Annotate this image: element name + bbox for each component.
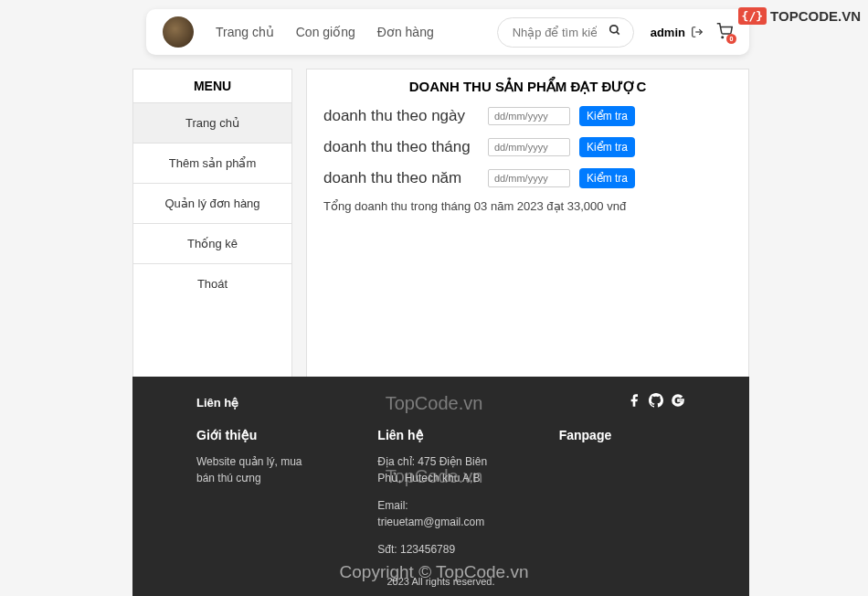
sidebar-title: MENU <box>133 69 291 103</box>
panel-title: DOANH THU SẢN PHẨM ĐẠT ĐƯỢC <box>323 79 732 95</box>
user-area: admin 0 <box>651 23 733 42</box>
footer-col-fanpage: Fanpage <box>559 428 685 569</box>
footer-contact-link[interactable]: Liên hệ <box>196 396 238 410</box>
google-icon[interactable] <box>671 393 685 411</box>
summary-text: Tổng doanh thu trong tháng 03 năm 2023 đ… <box>323 199 732 213</box>
search-icon[interactable] <box>609 24 621 40</box>
date-input-month[interactable] <box>488 138 570 156</box>
footer-address: Địa chỉ: 475 Điện Biên Phủ, Hutech khu A… <box>377 453 503 486</box>
revenue-row-year: doanh thu theo năm Kiểm tra <box>323 168 732 188</box>
avatar[interactable] <box>163 16 194 48</box>
sidebar: MENU Trang chủ Thêm sản phẩm Quản lý đơn… <box>132 69 292 407</box>
sidebar-item-stats[interactable]: Thống kê <box>133 224 291 264</box>
check-button-year[interactable]: Kiểm tra <box>579 168 635 188</box>
sidebar-item-exit[interactable]: Thoát <box>133 264 291 303</box>
cart-wrap[interactable]: 0 <box>716 23 733 42</box>
logout-icon[interactable] <box>691 26 704 38</box>
footer-contact-title: Liên hệ <box>377 428 503 442</box>
revenue-row-month: doanh thu theo tháng Kiểm tra <box>323 137 732 157</box>
sidebar-item-manage-orders[interactable]: Quản lý đơn hàng <box>133 184 291 224</box>
date-input-day[interactable] <box>488 107 570 125</box>
footer-cols: Giới thiệu Website quản lý, mua bán thú … <box>196 428 685 569</box>
footer-about-title: Giới thiệu <box>196 428 323 442</box>
content-wrap: MENU Trang chủ Thêm sản phẩm Quản lý đơn… <box>132 69 749 407</box>
social-icons <box>627 393 685 411</box>
nav-orders[interactable]: Đơn hàng <box>368 19 443 45</box>
footer-email: Email: trieuetam@gmail.com <box>377 497 503 530</box>
footer: Liên hệ Giới thiệu Website quản lý, mua … <box>132 377 749 596</box>
date-input-year[interactable] <box>488 169 570 187</box>
footer-phone: Sđt: 123456789 <box>377 541 503 558</box>
cart-badge: 0 <box>726 34 736 44</box>
sidebar-item-add-product[interactable]: Thêm sản phẩm <box>133 144 291 184</box>
github-icon[interactable] <box>649 393 663 411</box>
nav-links: Trang chủ Con giống Đơn hàng <box>206 19 443 45</box>
sidebar-item-home[interactable]: Trang chủ <box>133 103 291 144</box>
footer-about-text: Website quản lý, mua bán thú cưng <box>196 453 323 486</box>
footer-top: Liên hệ <box>196 393 685 411</box>
revenue-label-day: doanh thu theo ngày <box>323 107 479 125</box>
check-button-day[interactable]: Kiểm tra <box>579 106 635 126</box>
check-button-month[interactable]: Kiểm tra <box>579 137 635 157</box>
watermark-brand: TOPCODE.VN <box>770 8 861 24</box>
svg-line-1 <box>616 32 619 35</box>
facebook-icon[interactable] <box>627 393 641 411</box>
revenue-label-year: doanh thu theo năm <box>323 169 479 187</box>
topbar: Trang chủ Con giống Đơn hàng admin 0 <box>146 9 749 55</box>
nav-breed[interactable]: Con giống <box>287 19 365 45</box>
main-panel: DOANH THU SẢN PHẨM ĐẠT ĐƯỢC doanh thu th… <box>306 69 749 407</box>
search-wrap <box>497 17 634 48</box>
footer-col-about: Giới thiệu Website quản lý, mua bán thú … <box>196 428 323 569</box>
revenue-row-day: doanh thu theo ngày Kiểm tra <box>323 106 732 126</box>
nav-home[interactable]: Trang chủ <box>206 19 283 45</box>
watermark-logo: {/} TOPCODE.VN <box>738 7 861 25</box>
svg-point-3 <box>722 37 724 38</box>
footer-col-contact: Liên hệ Địa chỉ: 475 Điện Biên Phủ, Hute… <box>377 428 503 569</box>
footer-fanpage-title: Fanpage <box>559 428 685 442</box>
footer-bottom: 2023 All rights reserved. <box>196 576 685 587</box>
user-name: admin <box>651 26 685 39</box>
revenue-label-month: doanh thu theo tháng <box>323 138 479 156</box>
watermark-badge: {/} <box>738 7 767 25</box>
svg-point-0 <box>609 26 617 33</box>
